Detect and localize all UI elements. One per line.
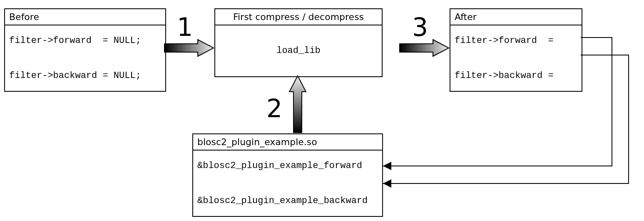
connector-lines (0, 0, 644, 221)
connector-forward (383, 38, 612, 166)
connector-backward (383, 55, 629, 183)
